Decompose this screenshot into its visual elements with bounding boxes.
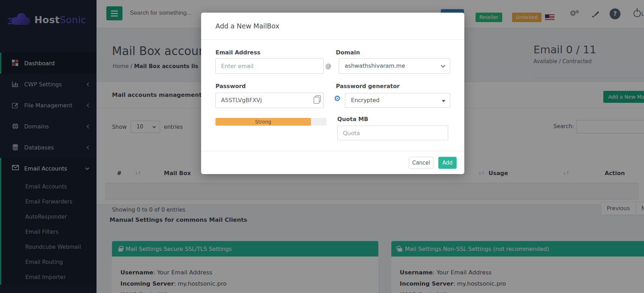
password-label: Password	[215, 83, 246, 89]
add-mailbox-modal: Add a New MailBox Email Address @ Domain…	[201, 13, 464, 174]
quota-label: Quota MB	[337, 116, 368, 122]
copy-password-icon[interactable]	[314, 97, 319, 103]
password-input[interactable]: A5STLVgBFXVj	[215, 93, 324, 108]
add-button[interactable]: Add	[438, 157, 457, 169]
modal-header: Add a New MailBox	[201, 13, 464, 40]
password-strength-bar: Strong	[215, 118, 326, 126]
modal-footer-divider	[201, 151, 464, 151]
at-sign: @	[325, 62, 331, 69]
caret-down-icon	[442, 100, 445, 102]
domain-select[interactable]: ashwathshivaram.me	[339, 58, 450, 74]
modal-title: Add a New MailBox	[215, 22, 279, 30]
generate-password-gear-icon[interactable]: ⚙	[334, 94, 341, 103]
quota-input[interactable]	[337, 126, 448, 140]
password-generator-label: Password generator	[336, 83, 400, 89]
domain-label: Domain	[336, 49, 360, 56]
cancel-button[interactable]: Cancel	[409, 157, 433, 169]
chevron-down-icon	[441, 63, 445, 68]
email-address-label: Email Address	[215, 49, 260, 56]
password-strength-fill: Strong	[215, 118, 311, 126]
email-address-input[interactable]	[215, 58, 324, 74]
password-generator-select[interactable]: Encrypted	[345, 93, 450, 108]
